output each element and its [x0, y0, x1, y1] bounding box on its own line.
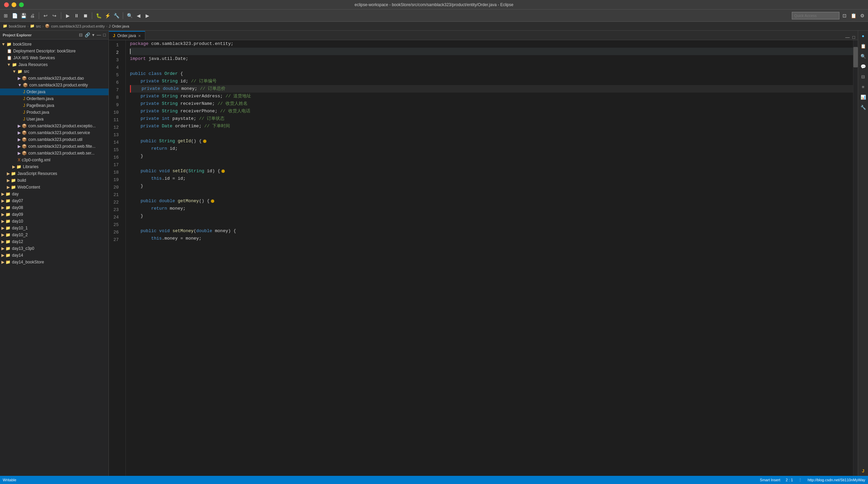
toolbar-btn-right-2[interactable]: 📋	[850, 12, 857, 19]
tree-label-day07: day07	[12, 198, 23, 203]
minimize-sidebar-button[interactable]: —	[97, 32, 101, 37]
tree-item-pkg-entity[interactable]: ▼ 📦 com.samblack323.product.entity	[0, 82, 108, 88]
tree-item-user-java[interactable]: J User.java	[0, 116, 108, 123]
tree-item-java-resources[interactable]: ▼ 📁 Java Resources	[0, 61, 108, 68]
day12-icon: ▶ 📁	[1, 239, 11, 244]
tree-item-webcontent[interactable]: ▶ 📁 WebContent	[0, 184, 108, 191]
tree-item-deployment[interactable]: 📋 Deployment Descriptor: bookStore	[0, 48, 108, 54]
quick-access-input[interactable]	[792, 12, 839, 19]
tree-item-jaxws[interactable]: 📋 JAX-WS Web Services	[0, 54, 108, 61]
tree-item-libraries[interactable]: ▶ 📁 Libraries	[0, 163, 108, 170]
tree-item-day08[interactable]: ▶ 📁 day08	[0, 204, 108, 211]
maximize-button[interactable]	[19, 2, 24, 7]
user-java-icon: J	[23, 117, 25, 122]
toolbar-btn-11[interactable]: ⚡	[104, 12, 111, 19]
toolbar-btn-3[interactable]: 💾	[20, 12, 27, 19]
right-toolbar-btn-7[interactable]: 📊	[859, 93, 867, 101]
toolbar-btn-6[interactable]: ↪	[51, 12, 58, 19]
right-toolbar-btn-8[interactable]: 🔧	[859, 103, 867, 111]
tree-item-pkg-web-ser[interactable]: ▶ 📦 com.samblack323.product.web.ser...	[0, 150, 108, 157]
tab-close-icon[interactable]: ✕	[138, 34, 141, 38]
link-with-editor-button[interactable]: 🔗	[85, 32, 90, 37]
project-explorer-panel: Project Explorer ⊟ 🔗 ▾ — □ ▼ 📁 bookStore…	[0, 31, 109, 476]
day10_2-icon: ▶ 📁	[1, 232, 11, 237]
tree-item-day07[interactable]: ▶ 📁 day07	[0, 197, 108, 204]
tree-item-c3p0-xml[interactable]: X c3p0-config.xml	[0, 157, 108, 163]
tree-item-pagebean-java[interactable]: J PageBean.java	[0, 102, 108, 109]
maximize-editor-button[interactable]: □	[852, 35, 855, 40]
right-toolbar-btn-5[interactable]: ⊟	[859, 73, 867, 80]
toolbar-btn-2[interactable]: 📄	[11, 12, 18, 19]
tree-item-orderitem-java[interactable]: J OrderItem.java	[0, 95, 108, 102]
collapse-all-button[interactable]: ⊟	[79, 32, 83, 37]
editor-tab-order-java[interactable]: J Order.java ✕	[109, 31, 145, 40]
day10-icon: ▶ 📁	[1, 219, 11, 224]
tree-item-pkg-exception[interactable]: ▶ 📦 com.samblack323.product.exceptio...	[0, 123, 108, 129]
sidebar-header-icons: ⊟ 🔗 ▾ — □	[79, 32, 106, 37]
tree-item-pkg-web-filter[interactable]: ▶ 📦 com.samblack323.product.web.filte...	[0, 143, 108, 150]
toolbar-btn-15[interactable]: ▶	[144, 12, 151, 19]
toolbar-btn-right-3[interactable]: ⚙	[858, 12, 866, 19]
tree-item-day[interactable]: ▶ 📁 day	[0, 191, 108, 197]
tree-item-build[interactable]: ▶ 📁 build	[0, 177, 108, 184]
breadcrumb-package[interactable]: com.samblack323.product.entity	[51, 24, 105, 28]
ln-22: 22	[109, 199, 122, 206]
right-toolbar-btn-1[interactable]: ●	[859, 32, 867, 39]
bookstore-icon: ▼ 📁	[1, 42, 12, 47]
toolbar-btn-7[interactable]: ▶	[64, 12, 71, 19]
tree-item-day10[interactable]: ▶ 📁 day10	[0, 218, 108, 225]
tree-item-day14-bookstore[interactable]: ▶ 📁 day14_bookStore	[0, 259, 108, 265]
tree-label-day: day	[12, 192, 18, 196]
tree-item-src[interactable]: ▼ 📁 src	[0, 68, 108, 75]
tree-item-day09[interactable]: ▶ 📁 day09	[0, 211, 108, 218]
code-line-20: }	[130, 182, 853, 190]
maximize-sidebar-button[interactable]: □	[103, 32, 106, 37]
toolbar-btn-9[interactable]: ⏹	[82, 12, 89, 19]
pagebean-java-icon: J	[23, 103, 25, 108]
toolbar-btn-12[interactable]: 🔧	[113, 12, 120, 19]
right-toolbar-btn-6[interactable]: ≡	[859, 83, 867, 91]
editor-area: J Order.java ✕ — □ 1 2 3 4 5 6 7 8 9 10	[109, 31, 858, 476]
minimize-button[interactable]	[12, 2, 16, 7]
sidebar-menu-button[interactable]: ▾	[92, 32, 95, 37]
tree-item-day13[interactable]: ▶ 📁 day13_c3p0	[0, 245, 108, 252]
code-line-15: return id;	[130, 145, 853, 152]
close-button[interactable]	[4, 2, 9, 7]
scrollbar-thumb[interactable]	[853, 47, 858, 67]
editor-scrollbar[interactable]	[853, 40, 858, 476]
toolbar-btn-4[interactable]: 🖨	[29, 12, 36, 19]
jaxws-icon: 📋	[7, 55, 12, 60]
minimize-editor-button[interactable]: —	[845, 35, 850, 40]
toolbar-btn-10[interactable]: 🐛	[95, 12, 102, 19]
toolbar-btn-13[interactable]: 🔍	[126, 12, 133, 19]
tree-item-order-java[interactable]: J Order.java	[0, 88, 108, 95]
toolbar-btn-1[interactable]: ⊞	[2, 12, 10, 19]
tree-item-day12[interactable]: ▶ 📁 day12	[0, 238, 108, 245]
right-toolbar-btn-4[interactable]: 💬	[859, 63, 867, 70]
tree-item-pkg-service[interactable]: ▶ 📦 com.samblack323.product.service	[0, 129, 108, 136]
tree-label-pkg-web-ser: com.samblack323.product.web.ser...	[28, 151, 95, 156]
toolbar-btn-right-1[interactable]: ⊡	[841, 12, 848, 19]
tree-item-js-resources[interactable]: ▶ 📁 JavaScript Resources	[0, 170, 108, 177]
code-content[interactable]: package com.samblack323.product.entity; …	[126, 40, 853, 476]
status-menu-btn[interactable]: ⋮	[798, 478, 802, 482]
right-toolbar-btn-bottom[interactable]: J	[859, 467, 867, 474]
tree-item-day10_2[interactable]: ▶ 📁 day10_2	[0, 231, 108, 238]
toolbar-btn-8[interactable]: ⏸	[73, 12, 80, 19]
breadcrumb-src[interactable]: src	[36, 24, 41, 28]
webcontent-icon: ▶ 📁	[7, 185, 16, 190]
tree-item-bookstore[interactable]: ▼ 📁 bookStore	[0, 41, 108, 48]
tree-item-day10_1[interactable]: ▶ 📁 day10_1	[0, 225, 108, 231]
toolbar-btn-5[interactable]: ↩	[42, 12, 49, 19]
ln-3: 3	[109, 57, 122, 64]
tree-item-day14[interactable]: ▶ 📁 day14	[0, 252, 108, 259]
right-toolbar-btn-3[interactable]: 🔍	[859, 52, 867, 60]
right-toolbar-btn-2[interactable]: 📋	[859, 42, 867, 50]
toolbar-btn-14[interactable]: ◀	[135, 12, 142, 19]
tree-item-product-java[interactable]: J Product.java	[0, 109, 108, 116]
tree-item-pkg-util[interactable]: ▶ 📦 com.samblack323.product.util	[0, 136, 108, 143]
tree-item-pkg-dao[interactable]: ▶ 📦 com.samblack323.product.dao	[0, 75, 108, 82]
breadcrumb-bookstore[interactable]: bookStore	[9, 24, 26, 28]
breadcrumb-src-icon: 📁	[30, 24, 35, 28]
breadcrumb-file[interactable]: Order.java	[112, 24, 129, 28]
